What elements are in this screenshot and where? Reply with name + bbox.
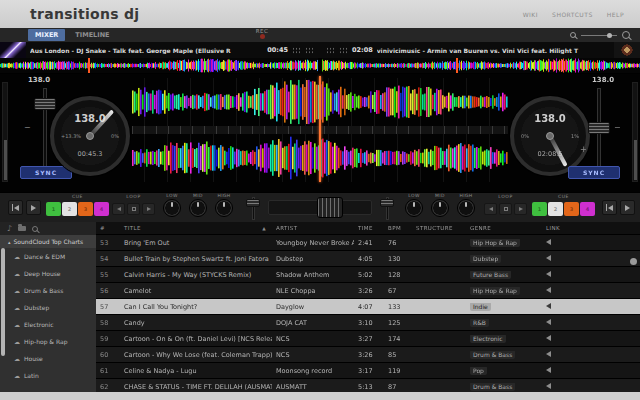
loop-half-button[interactable] <box>112 203 125 215</box>
table-row[interactable]: 61Celine & Nadya - LuguMoonsong record3:… <box>96 363 640 379</box>
deck-b-play-button[interactable] <box>620 200 635 215</box>
eq-high-knob[interactable] <box>215 199 233 217</box>
zoom-slider[interactable] <box>581 35 617 36</box>
music-note-icon[interactable]: ♪ <box>7 225 12 233</box>
zoom-in-icon[interactable] <box>622 31 630 39</box>
sidebar-genre-item[interactable]: ☁Drum & Bass <box>0 282 96 299</box>
nav-shortcuts-link[interactable]: SHORTCUTS <box>552 11 593 18</box>
playlist-grid-icon[interactable] <box>326 47 335 54</box>
sidebar-genre-item[interactable]: ☁Hip-hop & Rap <box>0 333 96 350</box>
table-row[interactable]: 62CHASE & STATUS - TIME FT. DELILAH (AUS… <box>96 379 640 392</box>
deck-b-eq-low: LOW <box>402 193 426 217</box>
sidebar-genre-item[interactable]: ☁Latin <box>0 367 96 384</box>
table-row[interactable]: 55Calvin Harris - My Way (STYCKS Remix)S… <box>96 267 640 283</box>
sidebar-genre-item[interactable]: ☁Deep House <box>0 265 96 282</box>
loop-double-button[interactable] <box>514 203 527 215</box>
sidebar-genre-item[interactable]: ☁House <box>0 350 96 367</box>
loop-half-button[interactable] <box>484 203 497 215</box>
eq-mid-knob[interactable] <box>189 199 207 217</box>
col-artist[interactable]: ARTIST <box>272 225 354 231</box>
cue-2-button[interactable]: 2 <box>62 202 77 216</box>
load-to-deck-icon[interactable] <box>546 351 551 357</box>
deck-b-volume-handle[interactable] <box>380 199 394 207</box>
skip-back-icon <box>12 204 14 211</box>
deck-a-overview[interactable] <box>0 58 318 73</box>
sidebar-genre-item[interactable]: ☁Dubstep <box>0 299 96 316</box>
crossfader-handle[interactable] <box>317 197 343 218</box>
deck-b-jog-wheel[interactable]: 138.0 0% 1% 02:08.5 <box>510 96 590 176</box>
cue-1-button[interactable]: 1 <box>532 202 547 216</box>
table-row[interactable]: 57Can I Call You Tonight?Dayglow4:07133I… <box>96 299 640 315</box>
deck-a-pitch-handle[interactable] <box>34 98 56 110</box>
deck-b-skip-back-button[interactable] <box>602 200 617 215</box>
playlist-grid-icon[interactable] <box>305 47 314 54</box>
playlist-grid-icon[interactable] <box>292 47 301 54</box>
load-to-deck-icon[interactable] <box>546 319 551 325</box>
col-bpm[interactable]: BPM <box>384 225 412 231</box>
deck-a-volume-handle[interactable] <box>246 199 260 207</box>
table-row[interactable]: 59Cartoon - On & On (ft. Daniel Levi) [N… <box>96 331 640 347</box>
deck-a-sync-button[interactable]: SYNC <box>20 166 72 179</box>
table-row[interactable]: 56CamelotNLE Choppa3:2667Hip Hop & Rap <box>96 283 640 299</box>
cue-1-button[interactable]: 1 <box>46 202 61 216</box>
sidebar-root-item[interactable]: ▴ SoundCloud Top Charts <box>0 235 96 248</box>
sidebar-genre-item[interactable]: ☁Electronic <box>0 316 96 333</box>
cue-3-button[interactable]: 3 <box>78 202 93 216</box>
col-title[interactable]: TITLE ▲ <box>120 225 272 231</box>
load-to-deck-icon[interactable] <box>546 303 551 309</box>
zoom-slider-handle[interactable] <box>607 33 612 38</box>
load-to-deck-icon[interactable] <box>546 239 551 245</box>
load-to-deck-icon[interactable] <box>546 255 551 261</box>
col-link[interactable]: LINK <box>542 225 572 231</box>
loop-toggle-button[interactable] <box>127 203 140 215</box>
load-to-deck-icon[interactable] <box>546 383 551 389</box>
nav-wiki-link[interactable]: WIKI <box>523 11 538 18</box>
col-structure[interactable]: STRUCTURE <box>412 225 466 231</box>
eq-low-knob[interactable] <box>405 199 423 217</box>
folder-icon[interactable] <box>18 226 26 231</box>
sidebar-scrollbar[interactable] <box>1 248 5 356</box>
deck-b-pitch-minus-icon[interactable]: − <box>614 124 621 132</box>
load-to-deck-icon[interactable] <box>546 335 551 341</box>
col-genre[interactable]: GENRE <box>466 225 542 231</box>
load-to-deck-icon[interactable] <box>546 287 551 293</box>
eq-mid-knob[interactable] <box>431 199 449 217</box>
deck-a-skip-back-button[interactable] <box>8 200 23 215</box>
playlist-grid-icon[interactable] <box>339 47 348 54</box>
sidebar-genre-item[interactable]: ☁Dance & EDM <box>0 248 96 265</box>
loop-toggle-button[interactable] <box>499 203 512 215</box>
loop-double-button[interactable] <box>142 203 155 215</box>
col-time[interactable]: TIME <box>354 225 384 231</box>
eq-low-knob[interactable] <box>163 199 181 217</box>
table-row[interactable]: 60Cartoon - Why We Lose (feat. Coleman T… <box>96 347 640 363</box>
search-icon[interactable] <box>32 226 38 232</box>
deck-a-play-button[interactable] <box>26 200 41 215</box>
table-row[interactable]: 58CandyDOJA CAT3:10125R&B <box>96 315 640 331</box>
nav-help-link[interactable]: HELP <box>607 11 624 18</box>
load-to-deck-icon[interactable] <box>546 271 551 277</box>
zoom-out-icon[interactable] <box>570 32 576 38</box>
deck-a-jog-wheel[interactable]: 138.0 +13.3% 0% 00:45.3 <box>50 96 130 176</box>
cue-3-button[interactable]: 3 <box>564 202 579 216</box>
eq-high-knob[interactable] <box>457 199 475 217</box>
deck-a-pitch-minus-icon[interactable]: − <box>24 124 31 132</box>
deck-b-pitch-plus-icon[interactable]: + <box>580 146 587 154</box>
record-control[interactable]: REC <box>248 28 276 39</box>
cue-4-button[interactable]: 4 <box>580 202 595 216</box>
deck-a-overview-waveform[interactable] <box>0 58 318 73</box>
table-scrollbar-thumb[interactable] <box>630 258 637 265</box>
deck-b-overview-waveform[interactable] <box>322 58 640 73</box>
cue-2-button[interactable]: 2 <box>548 202 563 216</box>
deck-b-overview[interactable] <box>322 58 640 73</box>
deck-b-pitch-handle[interactable] <box>588 122 610 134</box>
table-row[interactable]: 54Bullet Train by Stephen Swartz ft. Jon… <box>96 251 640 267</box>
deck-b-sync-button[interactable]: SYNC <box>568 166 620 179</box>
sidebar-genre-label: Hip-hop & Rap <box>24 338 67 345</box>
tab-mixer[interactable]: MIXER <box>28 29 65 41</box>
record-indicator-icon[interactable] <box>260 34 265 39</box>
col-number[interactable]: # <box>96 225 120 231</box>
load-to-deck-icon[interactable] <box>546 367 551 373</box>
tab-timeline[interactable]: TIMELINE <box>68 29 116 41</box>
cue-4-button[interactable]: 4 <box>94 202 109 216</box>
table-row[interactable]: 53Bring 'Em OutYoungboy Never Broke Aga2… <box>96 235 640 251</box>
